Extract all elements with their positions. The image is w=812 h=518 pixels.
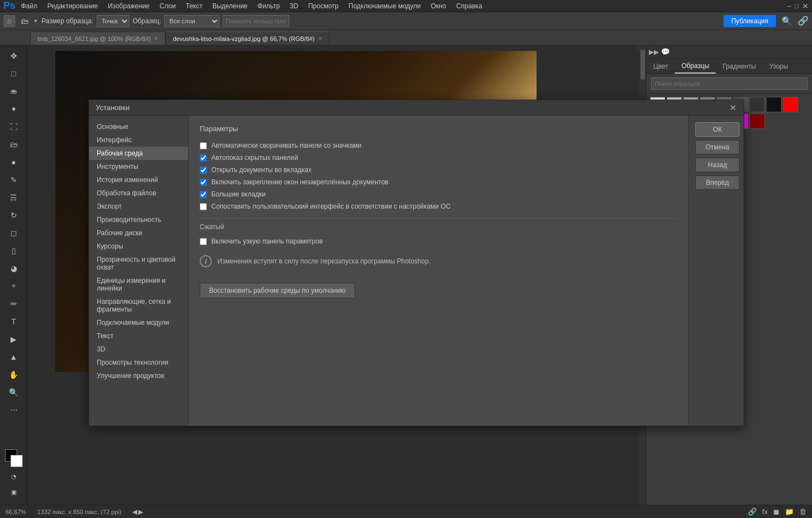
section-parameters-title: Параметры [200, 125, 677, 133]
nav-units[interactable]: Единицы измерения и линейки [89, 274, 188, 295]
nav-3d[interactable]: 3D [89, 343, 188, 356]
checkbox-match-ui: Сопоставить пользовательский интерфейс в… [200, 200, 677, 213]
dialog-actions: ОК Отмена Назад Вперёд [688, 116, 743, 426]
dialog-content: Параметры Автоматически сворачивать пане… [189, 116, 688, 426]
nav-transparency[interactable]: Прозрачность и цветовой охват [89, 253, 188, 274]
dialog-title: Установки [96, 103, 129, 112]
dialog-overlay: Установки ✕ Основные Интерфейс Рабочая с… [0, 0, 812, 518]
info-row: i Изменения вступят в силу после перезап… [200, 255, 677, 267]
checkbox-auto-show-label: Автопоказ скрытых панелей [211, 154, 298, 162]
checkbox-auto-collapse: Автоматически сворачивать панели со знач… [200, 139, 677, 152]
info-text: Изменения вступят в силу после перезапус… [217, 257, 430, 265]
checkbox-match-ui-input[interactable] [200, 203, 207, 210]
checkbox-open-tabs-input[interactable] [200, 167, 207, 174]
checkbox-narrow-bar-input[interactable] [200, 238, 207, 245]
nav-plugins[interactable]: Подключаемые модули [89, 316, 188, 329]
dialog-body: Основные Интерфейс Рабочая среда Инструм… [89, 116, 743, 426]
nav-performance[interactable]: Производительность [89, 213, 188, 226]
checkbox-big-tabs: Большие вкладки [200, 188, 677, 200]
nav-text[interactable]: Текст [89, 329, 188, 343]
forward-button[interactable]: Вперёд [695, 175, 740, 190]
nav-tech-previews[interactable]: Просмотры технологии [89, 356, 188, 369]
nav-export[interactable]: Экспорт [89, 200, 188, 213]
checkbox-auto-collapse-input[interactable] [200, 142, 207, 149]
cancel-button[interactable]: Отмена [695, 140, 740, 154]
checkbox-match-ui-label: Сопоставить пользовательский интерфейс в… [211, 203, 451, 210]
nav-cursors[interactable]: Курсоры [89, 240, 188, 253]
nav-file-handling[interactable]: Обработка файлов [89, 187, 188, 200]
nav-workspace[interactable]: Рабочая среда [89, 147, 188, 160]
nav-guides[interactable]: Направляющие, сетка и фрагменты [89, 295, 188, 316]
checkbox-open-tabs-label: Открыть документы во вкладках [211, 166, 311, 174]
checkbox-big-tabs-label: Большие вкладки [211, 190, 266, 198]
checkbox-narrow-bar: Включить узкую панель параметров [200, 235, 677, 247]
ok-button[interactable]: ОК [695, 122, 740, 137]
checkbox-narrow-bar-label: Включить узкую панель параметров [211, 237, 322, 245]
checkbox-big-tabs-input[interactable] [200, 191, 207, 198]
info-icon: i [200, 255, 212, 267]
dialog-sidebar: Основные Интерфейс Рабочая среда Инструм… [89, 116, 189, 426]
checkbox-open-tabs: Открыть документы во вкладках [200, 164, 677, 176]
compact-section-title: Сжатый [200, 223, 677, 231]
restore-workspaces-button[interactable]: Восстановить рабочие среды по умолчанию [200, 283, 355, 298]
nav-history[interactable]: История изменений [89, 173, 188, 187]
checkbox-docking: Включить закрепление окон незакреплённых… [200, 176, 677, 188]
preferences-dialog: Установки ✕ Основные Интерфейс Рабочая с… [89, 100, 744, 426]
checkbox-auto-show: Автопоказ скрытых панелей [200, 152, 677, 164]
checkbox-docking-input[interactable] [200, 179, 207, 186]
compact-section: Сжатый Включить узкую панель параметров [200, 218, 677, 247]
nav-tools[interactable]: Инструменты [89, 160, 188, 173]
checkbox-auto-show-input[interactable] [200, 154, 207, 162]
nav-basic[interactable]: Основные [89, 120, 188, 133]
dialog-close-button[interactable]: ✕ [730, 103, 737, 113]
checkbox-auto-collapse-label: Автоматически сворачивать панели со знач… [211, 142, 361, 149]
back-button[interactable]: Назад [695, 158, 740, 172]
nav-product-improvement[interactable]: Улучшение продуктов [89, 369, 188, 382]
nav-interface[interactable]: Интерфейс [89, 133, 188, 147]
dialog-titlebar: Установки ✕ [89, 100, 743, 116]
checkbox-docking-label: Включить закрепление окон незакреплённых… [211, 178, 388, 186]
nav-scratch-disks[interactable]: Рабочие диски [89, 226, 188, 240]
